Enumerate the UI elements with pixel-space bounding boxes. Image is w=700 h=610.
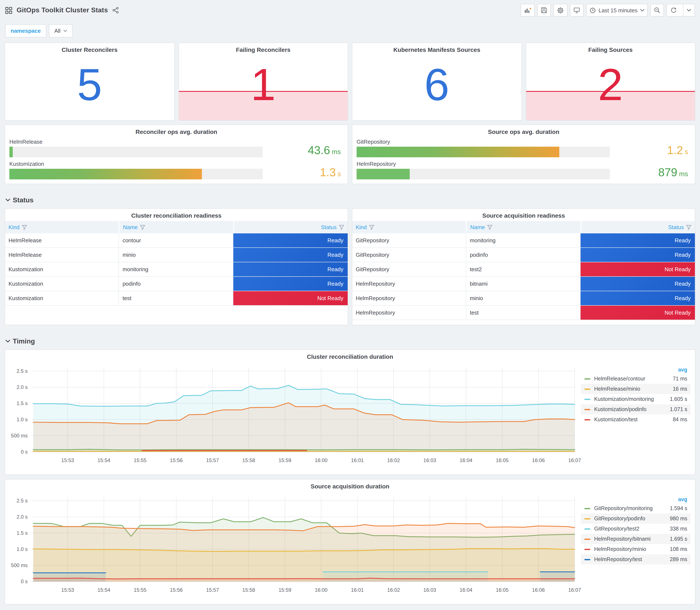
chevron-down-icon [64, 30, 67, 32]
legend-avg-value: 16 ms [673, 386, 687, 392]
legend-item[interactable]: HelmRepository/minio108 ms [581, 544, 691, 554]
legend-item[interactable]: GitRepository/monitoring1.594 s [581, 503, 691, 514]
status-section-toggle[interactable]: Status [5, 188, 695, 208]
status-cell: Ready [233, 234, 348, 247]
legend-series-name[interactable]: HelmRepository/bitnami [594, 536, 670, 542]
legend-item[interactable]: Kustomization/test84 ms [581, 415, 691, 425]
legend-series-swatch [584, 378, 590, 380]
table-column-header-status[interactable]: Status [233, 221, 348, 234]
name-cell: test2 [467, 262, 581, 276]
legend-series-name[interactable]: HelmRelease/minio [594, 386, 673, 392]
svg-text:16:03: 16:03 [423, 458, 436, 463]
clock-icon [589, 7, 596, 13]
legend-series-name[interactable]: HelmRepository/test [594, 557, 670, 562]
refresh-interval-dropdown[interactable] [683, 4, 695, 16]
name-cell: test [467, 306, 581, 320]
kind-cell: Kustomization [5, 291, 119, 305]
table-column-header-kind[interactable]: Kind [352, 221, 466, 234]
stat-title: Cluster Reconcilers [5, 43, 174, 53]
bar-gauge-fill [357, 147, 559, 157]
gauge-panel-title: Source ops avg. duration [352, 125, 695, 135]
legend-series-name[interactable]: GitRepository/test2 [594, 526, 670, 532]
legend-series-swatch [584, 409, 590, 410]
legend-item[interactable]: GitRepository/podinfo980 ms [581, 514, 691, 524]
legend-avg-value: 1.605 s [670, 396, 687, 402]
filter-icon[interactable] [487, 225, 493, 230]
legend-item[interactable]: HelmRepository/test289 ms [581, 554, 691, 564]
legend-avg-value: 289 ms [670, 557, 687, 562]
kind-cell: Kustomization [5, 262, 119, 276]
chevron-down-icon [5, 198, 10, 202]
legend-avg-value: 338 ms [670, 526, 687, 532]
table-row: HelmRepositorybitnamiReady [352, 277, 695, 291]
legend-item[interactable]: Kustomization/monitoring1.605 s [581, 394, 691, 404]
legend-series-name[interactable]: GitRepository/monitoring [594, 505, 670, 511]
legend-item[interactable]: HelmRelease/minio16 ms [581, 384, 691, 394]
status-cell: Ready [233, 248, 348, 262]
svg-text:2.5 s: 2.5 s [17, 498, 28, 503]
time-range-picker[interactable]: Last 15 minutes [586, 4, 648, 17]
dashboards-grid-icon[interactable] [5, 6, 12, 14]
filter-icon[interactable] [140, 225, 145, 230]
svg-text:2.0 s: 2.0 s [17, 514, 28, 520]
kind-cell: HelmRepository [352, 291, 467, 305]
table-row: HelmRepositoryminioReady [352, 291, 695, 306]
refresh-icon[interactable] [667, 4, 681, 16]
add-panel-button[interactable] [521, 4, 535, 17]
legend-avg-header[interactable]: avg [581, 496, 691, 503]
refresh-button-group[interactable] [666, 4, 695, 17]
table-column-header-name[interactable]: Name [119, 221, 233, 234]
svg-text:16:00: 16:00 [315, 587, 327, 593]
legend-item[interactable]: Kustomization/podinfo1.071 s [581, 404, 691, 415]
filter-icon[interactable] [369, 225, 374, 230]
namespace-variable-select[interactable]: All [49, 24, 73, 37]
save-dashboard-button[interactable] [537, 4, 551, 17]
template-variables-row: namespace All [0, 18, 700, 43]
filter-icon[interactable] [22, 225, 27, 230]
svg-text:16:00: 16:00 [315, 458, 327, 463]
gauge-panel-1: Reconciler ops avg. durationHelmRelease4… [5, 125, 348, 184]
legend-series-name[interactable]: Kustomization/podinfo [594, 406, 670, 412]
svg-text:16:06: 16:06 [532, 587, 545, 593]
stat-panel-1: Cluster Reconcilers5 [5, 43, 175, 121]
namespace-variable-label[interactable]: namespace [5, 24, 46, 37]
bar-gauge-track [9, 147, 263, 157]
gauge-row: GitRepository1.2s [357, 138, 691, 157]
filter-icon[interactable] [686, 225, 691, 230]
gauge-row-label: HelmRelease [9, 138, 343, 145]
dashboard-settings-button[interactable] [553, 4, 567, 17]
legend-series-name[interactable]: HelmRelease/contour [594, 376, 673, 382]
table-panel-title: Cluster reconciliation readiness [5, 209, 348, 219]
cluster-reconciliation-duration-panel[interactable]: Cluster reconciliation duration0 s500 ms… [5, 349, 695, 475]
svg-text:15:57: 15:57 [206, 458, 219, 463]
stat-value: 2 [526, 62, 695, 107]
filter-icon[interactable] [339, 225, 344, 230]
svg-text:1.0 s: 1.0 s [17, 546, 28, 552]
bar-gauge-track [357, 169, 610, 179]
legend-series-name[interactable]: Kustomization/monitoring [594, 396, 670, 402]
legend-series-name[interactable]: GitRepository/podinfo [594, 516, 670, 521]
legend-item[interactable]: HelmRelease/contour71 ms [581, 374, 691, 384]
table-column-header-name[interactable]: Name [466, 221, 581, 234]
svg-text:16:02: 16:02 [387, 587, 400, 593]
share-icon[interactable] [112, 7, 119, 14]
gauges-row: Reconciler ops avg. durationHelmRelease4… [5, 125, 695, 184]
legend-item[interactable]: HelmRepository/bitnami1.695 s [581, 534, 691, 544]
table-column-header-status[interactable]: Status [580, 221, 695, 234]
gauge-value: 1.3s [320, 166, 341, 179]
svg-text:15:58: 15:58 [242, 458, 255, 463]
legend-series-name[interactable]: HelmRepository/minio [594, 546, 670, 552]
legend-series-name[interactable]: Kustomization/test [594, 417, 673, 422]
zoom-out-time-button[interactable] [650, 4, 664, 17]
source-acquisition-duration-panel[interactable]: Source acquisition duration0 s500 ms1.0 … [5, 479, 695, 605]
cycle-view-mode-button[interactable] [570, 4, 584, 17]
table-column-header-kind[interactable]: Kind [5, 221, 119, 234]
timing-section-toggle[interactable]: Timing [5, 329, 695, 349]
svg-text:15:54: 15:54 [98, 458, 110, 463]
legend-avg-header[interactable]: avg [581, 366, 691, 374]
svg-text:15:54: 15:54 [98, 587, 110, 593]
bar-gauge-track [9, 169, 263, 179]
column-header-label: Name [123, 224, 138, 230]
chevron-down-icon [5, 340, 10, 343]
legend-item[interactable]: GitRepository/test2338 ms [581, 524, 691, 534]
